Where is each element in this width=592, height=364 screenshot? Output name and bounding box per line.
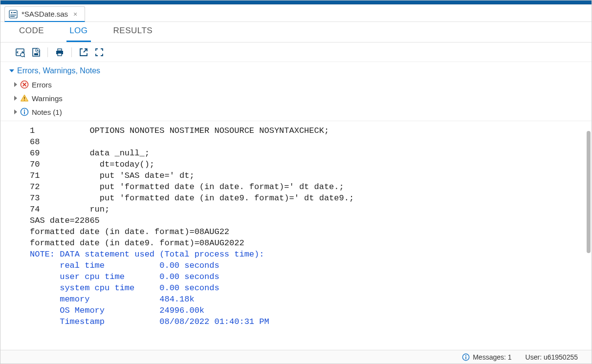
view-html-icon[interactable] xyxy=(14,46,26,58)
status-user-label: User: u61950255 xyxy=(526,353,578,361)
log-line: NOTE: DATA statement used (Total process… xyxy=(30,249,592,260)
log-line: formatted date (in date. format)=08AUG22 xyxy=(30,226,592,237)
log-line: 73 put 'formatted date (in date9. format… xyxy=(30,193,592,204)
log-line: 68 xyxy=(30,136,592,148)
info-icon xyxy=(20,107,29,116)
log-line: system cpu time 0.00 seconds xyxy=(30,282,592,294)
svg-rect-17 xyxy=(24,97,25,99)
status-bar: Messages: 1 User: u61950255 xyxy=(0,350,592,364)
chevron-right-icon xyxy=(14,109,17,114)
summary-header-row[interactable]: Errors, Warnings, Notes xyxy=(9,64,592,78)
svg-rect-0 xyxy=(9,10,17,18)
app-window: *SASDate.sas × CODE LOG RESULTS xyxy=(0,0,592,364)
log-line: OS Memory 24996.00k xyxy=(30,305,592,316)
log-summary: Errors, Warnings, Notes Errors Warnings xyxy=(0,62,592,121)
summary-warnings-label: Warnings xyxy=(32,94,63,103)
svg-rect-21 xyxy=(24,111,25,114)
save-log-icon[interactable] xyxy=(30,46,42,58)
svg-point-20 xyxy=(24,109,25,110)
log-line: formatted date (in date9. format)=08AUG2… xyxy=(30,237,592,249)
warning-icon xyxy=(20,94,29,103)
log-toolbar xyxy=(0,43,592,62)
log-line: SAS date=22865 xyxy=(30,215,592,226)
svg-line-13 xyxy=(84,49,87,52)
chevron-right-icon xyxy=(14,82,17,87)
file-tab-active[interactable]: *SASDate.sas × xyxy=(4,6,85,22)
log-body: 1 OPTIONS NONOTES NOSTIMER NOSOURCE NOSY… xyxy=(0,121,592,331)
status-messages[interactable]: Messages: 1 xyxy=(461,353,511,362)
svg-rect-11 xyxy=(58,49,62,51)
tab-log[interactable]: LOG xyxy=(66,21,90,42)
log-line: 1 OPTIONS NONOTES NOSTIMER NOSOURCE NOSY… xyxy=(30,125,592,136)
svg-point-1 xyxy=(11,12,13,13)
svg-line-7 xyxy=(24,56,25,57)
svg-point-23 xyxy=(465,355,466,356)
svg-rect-8 xyxy=(34,53,38,55)
summary-notes-row[interactable]: Notes (1) xyxy=(9,105,592,119)
summary-notes-label: Notes (1) xyxy=(32,108,62,116)
svg-rect-2 xyxy=(13,12,16,13)
toolbar-separator xyxy=(47,47,48,57)
svg-rect-24 xyxy=(465,356,466,359)
sub-tab-bar: CODE LOG RESULTS xyxy=(0,22,592,43)
pop-out-icon[interactable] xyxy=(78,46,89,58)
close-icon[interactable]: × xyxy=(72,11,79,18)
log-line: 70 dt=today(); xyxy=(30,159,592,170)
log-line: memory 484.18k xyxy=(30,294,592,305)
info-icon xyxy=(461,353,470,362)
log-line: Timestamp 08/08/2022 01:40:31 PM xyxy=(30,316,592,327)
error-icon xyxy=(20,80,29,89)
sas-program-icon xyxy=(9,10,18,19)
toolbar-separator xyxy=(71,47,72,57)
summary-errors-row[interactable]: Errors xyxy=(9,78,592,91)
caret-down-icon xyxy=(9,69,14,72)
svg-rect-3 xyxy=(10,15,16,15)
window-top-strip xyxy=(0,0,592,4)
status-messages-label: Messages: 1 xyxy=(473,353,511,361)
summary-header-label: Errors, Warnings, Notes xyxy=(17,66,100,75)
summary-errors-label: Errors xyxy=(32,81,52,89)
tab-results[interactable]: RESULTS xyxy=(110,21,156,42)
log-line: user cpu time 0.00 seconds xyxy=(30,271,592,282)
log-line: 72 put 'formatted date (in date. format)… xyxy=(30,181,592,193)
log-line: 71 put 'SAS date=' dt; xyxy=(30,170,592,181)
log-line: 74 run; xyxy=(30,204,592,215)
summary-warnings-row[interactable]: Warnings xyxy=(9,91,592,105)
log-line: real time 0.00 seconds xyxy=(30,260,592,271)
svg-rect-18 xyxy=(24,100,25,101)
svg-rect-4 xyxy=(10,16,15,17)
file-tab-bar: *SASDate.sas × xyxy=(0,4,592,22)
log-line: 69 data _null_; xyxy=(30,148,592,159)
print-icon[interactable] xyxy=(54,46,66,58)
log-scroll-pane[interactable]: 1 OPTIONS NONOTES NOSTIMER NOSOURCE NOSY… xyxy=(0,121,592,350)
tab-code[interactable]: CODE xyxy=(16,21,47,42)
fullscreen-icon[interactable] xyxy=(93,46,105,58)
content-wrap: *SASDate.sas × CODE LOG RESULTS xyxy=(0,4,592,364)
file-tab-title: *SASDate.sas xyxy=(22,10,68,18)
svg-rect-12 xyxy=(58,53,62,56)
scrollbar-thumb[interactable] xyxy=(587,131,591,253)
chevron-right-icon xyxy=(14,96,17,101)
status-user: User: u61950255 xyxy=(526,353,578,361)
